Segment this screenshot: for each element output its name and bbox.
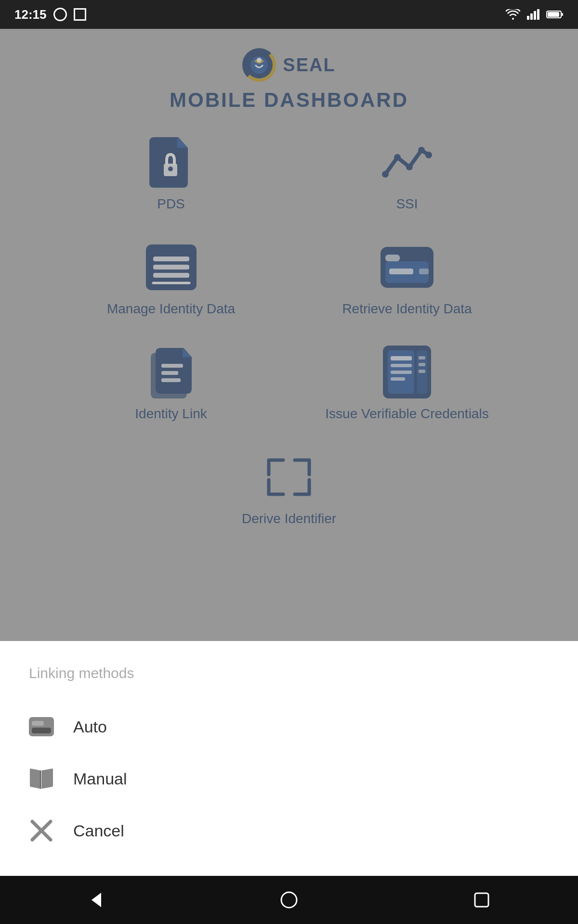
battery-icon (546, 10, 564, 19)
svg-rect-6 (562, 13, 563, 16)
status-icon-1 (53, 8, 67, 21)
status-bar: 12:15 (0, 0, 578, 29)
manual-icon (29, 766, 54, 791)
bottom-sheet-title: Linking methods (29, 665, 549, 681)
signal-icon (527, 9, 539, 20)
svg-point-45 (281, 892, 297, 908)
bottom-sheet: Linking methods Auto Manual (0, 641, 578, 876)
svg-rect-3 (537, 9, 539, 20)
auto-icon (29, 714, 54, 739)
manual-label: Manual (73, 770, 127, 788)
auto-option[interactable]: Auto (29, 701, 549, 753)
status-icon-2 (74, 8, 86, 21)
nav-bar (0, 876, 578, 924)
back-button[interactable] (82, 886, 111, 914)
home-button[interactable] (275, 886, 303, 914)
svg-rect-41 (32, 721, 44, 726)
cancel-label: Cancel (73, 821, 124, 840)
svg-marker-44 (92, 893, 101, 907)
cancel-icon (29, 818, 54, 843)
cancel-option[interactable]: Cancel (29, 805, 549, 857)
svg-rect-2 (534, 11, 536, 20)
svg-rect-5 (548, 12, 559, 17)
svg-rect-46 (475, 893, 488, 907)
time-display: 12:15 (14, 7, 47, 22)
auto-label: Auto (73, 718, 107, 736)
svg-rect-0 (527, 16, 529, 20)
svg-rect-1 (530, 13, 533, 20)
svg-rect-40 (32, 728, 51, 733)
wifi-icon (506, 9, 520, 20)
recents-button[interactable] (467, 886, 496, 914)
manual-option[interactable]: Manual (29, 753, 549, 805)
